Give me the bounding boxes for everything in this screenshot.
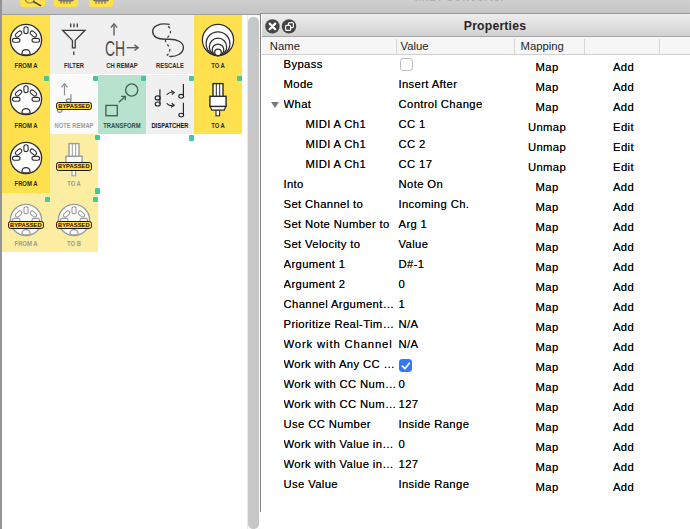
svg-text:CH: CH [105,35,125,60]
